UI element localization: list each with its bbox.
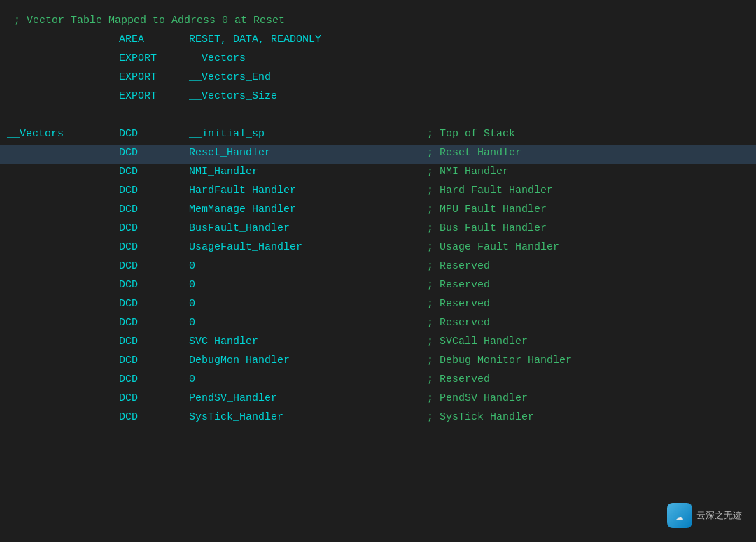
line-operand-3: __Vectors_Size bbox=[189, 88, 427, 106]
line-comment-16: ; SVCall Handler bbox=[427, 334, 528, 351]
line-operand-13: 0 bbox=[189, 277, 427, 294]
line-comment-7: ; NMI Handler bbox=[427, 164, 509, 181]
header-comment: ; Vector Table Mapped to Address 0 at Re… bbox=[7, 13, 285, 30]
watermark-text: 云深之无迹 bbox=[696, 509, 742, 522]
code-line-8: DCDHardFault_Handler; Hard Fault Handler bbox=[0, 183, 756, 201]
line-instr-7: DCD bbox=[119, 164, 189, 181]
line-operand-10: BusFault_Handler bbox=[189, 220, 427, 238]
line-instr-2: EXPORT bbox=[119, 69, 189, 87]
code-line-6: DCDReset_Handler; Reset Handler bbox=[0, 145, 756, 164]
code-line-13: DCD0; Reserved bbox=[0, 277, 756, 296]
line-operand-0: RESET, DATA, READONLY bbox=[189, 31, 427, 49]
line-instr-6: DCD bbox=[119, 145, 189, 162]
line-comment-15: ; Reserved bbox=[427, 315, 490, 332]
code-line-4 bbox=[0, 107, 756, 126]
line-instr-0: AREA bbox=[119, 31, 189, 49]
line-operand-12: 0 bbox=[189, 258, 427, 276]
code-line-0: AREARESET, DATA, READONLY bbox=[0, 31, 756, 50]
line-instr-17: DCD bbox=[119, 352, 189, 370]
line-operand-15: 0 bbox=[189, 315, 427, 332]
line-comment-12: ; Reserved bbox=[427, 258, 490, 276]
line-instr-10: DCD bbox=[119, 220, 189, 238]
line-operand-18: 0 bbox=[189, 371, 427, 389]
line-instr-3: EXPORT bbox=[119, 88, 189, 106]
line-comment-17: ; Debug Monitor Handler bbox=[427, 352, 572, 370]
line-instr-1: EXPORT bbox=[119, 50, 189, 68]
code-line-3: EXPORT__Vectors_Size bbox=[0, 88, 756, 107]
line-operand-16: SVC_Handler bbox=[189, 334, 427, 351]
line-instr-8: DCD bbox=[119, 183, 189, 200]
line-instr-16: DCD bbox=[119, 334, 189, 351]
line-instr-15: DCD bbox=[119, 315, 189, 332]
line-instr-13: DCD bbox=[119, 277, 189, 294]
line-operand-19: PendSV_Handler bbox=[189, 390, 427, 408]
line-operand-14: 0 bbox=[189, 296, 427, 313]
code-line-2: EXPORT__Vectors_End bbox=[0, 69, 756, 88]
line-operand-8: HardFault_Handler bbox=[189, 183, 427, 200]
code-line-20: DCDSysTick_Handler; SysTick Handler bbox=[0, 409, 756, 428]
line-instr-12: DCD bbox=[119, 258, 189, 276]
line-operand-17: DebugMon_Handler bbox=[189, 352, 427, 370]
line-instr-11: DCD bbox=[119, 239, 189, 257]
watermark-icon: ☁ bbox=[667, 503, 692, 528]
line-instr-14: DCD bbox=[119, 296, 189, 313]
line-instr-18: DCD bbox=[119, 371, 189, 389]
code-line-11: DCDUsageFault_Handler; Usage Fault Handl… bbox=[0, 239, 756, 258]
code-editor: ; Vector Table Mapped to Address 0 at Re… bbox=[0, 0, 756, 542]
code-line-12: DCD0; Reserved bbox=[0, 258, 756, 277]
line-comment-13: ; Reserved bbox=[427, 277, 490, 294]
code-line-5: __VectorsDCD__initial_sp; Top of Stack bbox=[0, 126, 756, 145]
line-instr-20: DCD bbox=[119, 409, 189, 427]
line-operand-1: __Vectors bbox=[189, 50, 427, 68]
line-instr-19: DCD bbox=[119, 390, 189, 408]
line-label-5: __Vectors bbox=[7, 126, 119, 143]
line-operand-5: __initial_sp bbox=[189, 126, 427, 143]
header-comment-line: ; Vector Table Mapped to Address 0 at Re… bbox=[0, 13, 756, 31]
line-comment-20: ; SysTick Handler bbox=[427, 409, 534, 427]
code-line-1: EXPORT__Vectors bbox=[0, 50, 756, 69]
code-line-15: DCD0; Reserved bbox=[0, 315, 756, 334]
code-line-7: DCDNMI_Handler; NMI Handler bbox=[0, 164, 756, 183]
code-line-10: DCDBusFault_Handler; Bus Fault Handler bbox=[0, 220, 756, 239]
line-comment-5: ; Top of Stack bbox=[427, 126, 515, 143]
code-line-18: DCD0; Reserved bbox=[0, 371, 756, 390]
line-instr-5: DCD bbox=[119, 126, 189, 143]
watermark: ☁ 云深之无迹 bbox=[667, 503, 742, 528]
line-comment-11: ; Usage Fault Handler bbox=[427, 239, 559, 257]
line-comment-9: ; MPU Fault Handler bbox=[427, 201, 547, 219]
code-line-17: DCDDebugMon_Handler; Debug Monitor Handl… bbox=[0, 352, 756, 371]
line-operand-7: NMI_Handler bbox=[189, 164, 427, 181]
code-line-19: DCDPendSV_Handler; PendSV Handler bbox=[0, 390, 756, 409]
line-comment-10: ; Bus Fault Handler bbox=[427, 220, 547, 238]
line-operand-2: __Vectors_End bbox=[189, 69, 427, 87]
code-line-16: DCDSVC_Handler; SVCall Handler bbox=[0, 334, 756, 352]
line-comment-6: ; Reset Handler bbox=[427, 145, 522, 162]
line-comment-14: ; Reserved bbox=[427, 296, 490, 313]
line-operand-9: MemManage_Handler bbox=[189, 201, 427, 219]
line-instr-9: DCD bbox=[119, 201, 189, 219]
line-comment-18: ; Reserved bbox=[427, 371, 490, 389]
line-operand-20: SysTick_Handler bbox=[189, 409, 427, 427]
code-line-9: DCDMemManage_Handler; MPU Fault Handler bbox=[0, 201, 756, 220]
code-line-14: DCD0; Reserved bbox=[0, 296, 756, 315]
line-comment-8: ; Hard Fault Handler bbox=[427, 183, 553, 200]
code-lines-container: AREARESET, DATA, READONLYEXPORT__Vectors… bbox=[0, 31, 756, 428]
line-comment-19: ; PendSV Handler bbox=[427, 390, 528, 408]
line-operand-6: Reset_Handler bbox=[189, 145, 427, 162]
line-operand-11: UsageFault_Handler bbox=[189, 239, 427, 257]
